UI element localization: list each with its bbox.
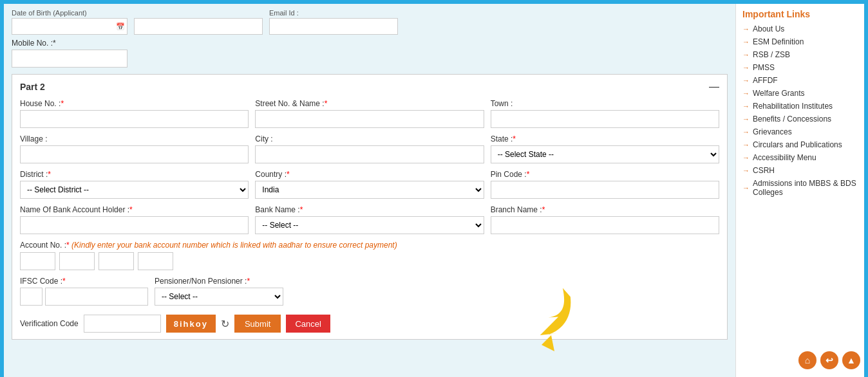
bank-holder-input[interactable] <box>20 216 249 234</box>
village-label: Village : <box>20 134 249 143</box>
sidebar-item-csrh[interactable]: → CSRH <box>742 166 858 175</box>
street-input[interactable] <box>255 110 484 128</box>
sidebar-label-rsb: RSB / ZSB <box>753 50 790 59</box>
arrow-icon-12: → <box>742 167 750 174</box>
account-input-4[interactable] <box>138 252 173 270</box>
state-select[interactable]: -- Select State -- <box>491 145 719 163</box>
sidebar-label-affdf: AFFDF <box>753 76 778 85</box>
ifsc-code-input[interactable] <box>45 288 148 306</box>
sidebar-item-pmss[interactable]: → PMSS <box>742 63 858 72</box>
sidebar-label-admissions: Admissions into MBBS & BDS Colleges <box>753 179 858 197</box>
town-input[interactable] <box>491 110 719 128</box>
house-no-input[interactable] <box>20 110 249 128</box>
pensioner-select[interactable]: -- Select -- <box>155 288 283 306</box>
city-input[interactable] <box>255 145 484 163</box>
mobile-label: Mobile No. :* <box>12 39 728 48</box>
house-no-label: House No. :* <box>20 99 249 108</box>
village-input[interactable] <box>20 145 249 163</box>
cancel-button[interactable]: Cancel <box>286 315 330 333</box>
arrow-icon-2: → <box>742 38 750 46</box>
sidebar-item-rehab[interactable]: → Rehabilitation Institutes <box>742 102 858 111</box>
calendar-icon: 📅 <box>116 23 125 31</box>
sidebar-label-accessibility: Accessibility Menu <box>753 153 816 162</box>
account-note: (Kindly enter your bank account number w… <box>71 241 397 250</box>
street-label: Street No. & Name :* <box>255 99 484 108</box>
sidebar-label-welfare: Welfare Grants <box>753 89 804 98</box>
pincode-input[interactable] <box>491 181 719 199</box>
dob-input2[interactable] <box>134 18 263 35</box>
account-input-3[interactable] <box>99 252 134 270</box>
sidebar-label-circulars: Circulars and Publications <box>753 140 842 149</box>
arrow-icon-6: → <box>742 89 750 97</box>
sidebar-label-grievances: Grievances <box>753 127 792 136</box>
sidebar-item-about-us[interactable]: → About Us <box>742 24 858 33</box>
arrow-icon-11: → <box>742 154 750 161</box>
account-input-2[interactable] <box>59 252 95 270</box>
sidebar-item-benefits[interactable]: → Benefits / Concessions <box>742 115 858 124</box>
dob-label: Date of Birth (Applicant) <box>12 9 127 17</box>
up-nav-button[interactable]: ▲ <box>842 351 860 369</box>
account-label: Account No. :* (Kindly enter your bank a… <box>20 241 719 250</box>
nav-icons: ⌂ ↩ ▲ <box>798 351 860 369</box>
ifsc-prefix-input[interactable] <box>20 288 42 306</box>
sidebar-label-about-us: About Us <box>753 24 784 33</box>
state-label: State :* <box>491 134 719 143</box>
arrow-icon-8: → <box>742 115 750 123</box>
spacer-label <box>134 9 263 17</box>
sidebar-label-rehab: Rehabilitation Institutes <box>753 102 833 111</box>
district-select[interactable]: -- Select District -- <box>20 181 249 199</box>
verification-label: Verification Code <box>20 319 79 328</box>
sidebar-item-admissions[interactable]: → Admissions into MBBS & BDS Colleges <box>742 179 858 197</box>
collapse-button[interactable]: — <box>709 81 719 93</box>
submit-button[interactable]: Submit <box>234 315 281 333</box>
ifsc-label: IFSC Code :* <box>20 277 148 286</box>
country-select[interactable]: India <box>255 181 484 199</box>
arrow-icon-7: → <box>742 102 750 110</box>
back-nav-button[interactable]: ↩ <box>820 351 838 369</box>
mobile-input[interactable] <box>12 50 127 68</box>
part2-title: Part 2 <box>20 82 45 92</box>
district-label: District :* <box>20 170 249 179</box>
home-nav-button[interactable]: ⌂ <box>798 351 816 369</box>
arrow-icon-13: → <box>742 184 750 192</box>
arrow-icon-9: → <box>742 128 750 136</box>
arrow-icon-4: → <box>742 64 750 71</box>
sidebar-item-affdf[interactable]: → AFFDF <box>742 76 858 85</box>
sidebar-item-welfare[interactable]: → Welfare Grants <box>742 89 858 98</box>
country-label: Country :* <box>255 170 484 179</box>
pensioner-label: Pensioner/Non Pensioner :* <box>155 277 283 286</box>
refresh-captcha-button[interactable]: ↻ <box>221 318 229 330</box>
bank-name-label: Bank Name :* <box>255 205 484 214</box>
sidebar-item-circulars[interactable]: → Circulars and Publications <box>742 140 858 149</box>
pincode-label: Pin Code :* <box>491 170 719 179</box>
bank-name-select[interactable]: -- Select -- <box>255 216 484 234</box>
account-input-1[interactable] <box>20 252 55 270</box>
captcha-display: 8ihkoy <box>166 315 216 333</box>
sidebar-label-esm: ESM Definition <box>753 37 804 46</box>
bank-holder-label: Name Of Bank Account Holder :* <box>20 205 249 214</box>
sidebar-item-accessibility[interactable]: → Accessibility Menu <box>742 153 858 162</box>
sidebar-label-csrh: CSRH <box>753 166 775 175</box>
sidebar-label-benefits: Benefits / Concessions <box>753 115 831 124</box>
sidebar-item-grievances[interactable]: → Grievances <box>742 127 858 136</box>
email-input[interactable] <box>269 18 398 35</box>
branch-name-input[interactable] <box>491 216 719 234</box>
email-label: Email Id : <box>269 9 398 17</box>
verification-input[interactable] <box>84 315 161 333</box>
town-label: Town : <box>491 99 719 108</box>
arrow-icon-3: → <box>742 51 750 59</box>
city-label: City : <box>255 134 484 143</box>
sidebar-label-pmss: PMSS <box>753 63 775 72</box>
sidebar-item-rsb[interactable]: → RSB / ZSB <box>742 50 858 59</box>
arrow-icon-1: → <box>742 25 750 33</box>
sidebar-title: Important Links <box>742 9 858 19</box>
branch-name-label: Branch Name :* <box>491 205 719 214</box>
dob-input[interactable] <box>12 18 127 35</box>
arrow-icon-5: → <box>742 77 750 84</box>
arrow-icon-10: → <box>742 141 750 149</box>
sidebar-item-esm[interactable]: → ESM Definition <box>742 37 858 46</box>
